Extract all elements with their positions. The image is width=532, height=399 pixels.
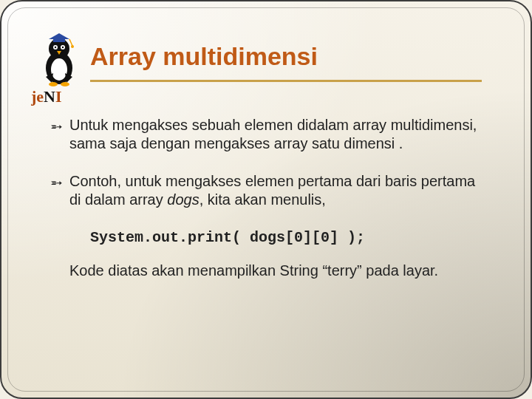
- svg-point-14: [49, 82, 58, 86]
- closing-paragraph: Kode diatas akan menampilkan String “ter…: [53, 262, 479, 280]
- bullet-icon: ➵: [50, 117, 63, 136]
- title-underline: [90, 80, 482, 82]
- paragraph-1: ➵ Untuk mengakses sebuah elemen didalam …: [53, 116, 479, 153]
- svg-point-15: [61, 82, 69, 86]
- svg-point-13: [71, 45, 74, 48]
- body-content: ➵ Untuk mengakses sebuah elemen didalam …: [53, 116, 479, 280]
- svg-point-5: [55, 47, 56, 48]
- slide: jeNI Array multidimensi ➵ Untuk mengakse…: [0, 0, 532, 399]
- svg-line-12: [69, 39, 72, 46]
- paragraph-2-tail: , kita akan menulis,: [200, 191, 326, 208]
- logo-jeni: jeNI: [31, 33, 83, 106]
- svg-point-2: [51, 58, 67, 81]
- svg-marker-10: [49, 33, 69, 39]
- svg-rect-11: [53, 38, 65, 42]
- paragraph-1-text: Untuk mengakses sebuah elemen didalam ar…: [69, 117, 477, 151]
- bullet-icon: ➵: [50, 174, 63, 192]
- svg-point-6: [62, 47, 64, 48]
- paragraph-2-em: dogs: [167, 191, 199, 208]
- paragraph-2: ➵ Contoh, untuk mengakses elemen pertama…: [53, 172, 479, 209]
- code-line: System.out.print( dogs[0][0] );: [90, 228, 479, 247]
- slide-title: Array multidimensi: [90, 42, 318, 71]
- svg-text:jeNI: jeNI: [31, 87, 62, 106]
